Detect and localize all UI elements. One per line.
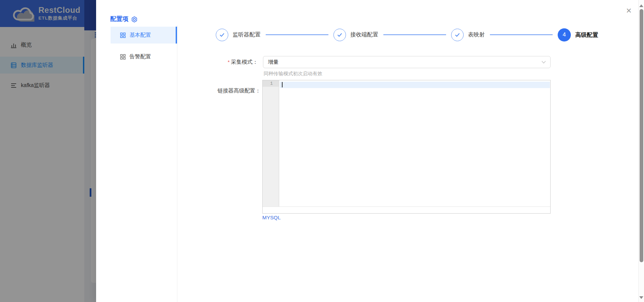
check-icon xyxy=(219,32,225,38)
step-advanced-config[interactable]: 4 高级配置 xyxy=(558,28,598,42)
check-icon xyxy=(455,32,460,38)
editor-gutter: 1 xyxy=(263,80,279,207)
close-icon[interactable]: ✕ xyxy=(625,7,633,15)
screen: RestCloud ETL数据集成平台 概览 xyxy=(0,0,644,302)
window-scrollbar xyxy=(638,0,644,302)
step-table-mapping[interactable]: 表映射 xyxy=(451,29,485,41)
advanced-config-label: 链接器高级配置： xyxy=(197,87,261,94)
aim-icon xyxy=(131,16,138,23)
check-icon xyxy=(337,32,343,38)
advanced-config-editor: 1 xyxy=(262,80,551,214)
collect-mode-label: *采集模式： xyxy=(197,59,258,66)
appstore-icon xyxy=(120,32,126,38)
step-label: 表映射 xyxy=(468,31,485,38)
chevron-down-icon xyxy=(541,61,546,64)
step-receiver-config[interactable]: 接收端配置 xyxy=(333,29,378,41)
config-nav-label: 告警配置 xyxy=(129,53,151,60)
collect-mode-value: 增量 xyxy=(268,56,279,68)
step-current-circle: 4 xyxy=(558,28,571,42)
required-mark: * xyxy=(228,59,230,65)
appstore-icon xyxy=(120,54,126,60)
drawer-title-row: 配置项 xyxy=(110,15,138,23)
step-finished-circle xyxy=(333,29,346,41)
config-nav-item-basic[interactable]: 基本配置 xyxy=(111,27,177,44)
collect-mode-label-text: 采集模式： xyxy=(231,59,258,65)
collect-mode-select[interactable]: 增量 xyxy=(263,56,551,68)
scrollbar-thumb[interactable] xyxy=(640,9,643,262)
mysql-link[interactable]: MYSQL xyxy=(262,215,281,221)
collect-mode-help: 同种传输模式初次启动有效 xyxy=(264,71,322,77)
config-drawer: ✕ 配置项 基本配置 xyxy=(96,0,644,302)
drawer-title: 配置项 xyxy=(110,15,128,23)
editor-input-area[interactable] xyxy=(280,80,550,207)
scroll-up-arrow-icon[interactable] xyxy=(639,4,643,7)
editor-hscrollbar[interactable] xyxy=(263,207,550,213)
step-listener-config[interactable]: 监听器配置 xyxy=(216,29,261,41)
scroll-down-arrow-icon[interactable] xyxy=(639,296,643,299)
nav-divider xyxy=(177,25,177,302)
config-nav-label: 基本配置 xyxy=(129,32,151,39)
step-connector xyxy=(266,34,329,35)
editor-line-number: 1 xyxy=(263,80,279,87)
config-nav: 基本配置 告警配置 xyxy=(111,27,177,65)
step-connector xyxy=(490,34,553,35)
step-connector xyxy=(383,34,446,35)
config-nav-item-alert[interactable]: 告警配置 xyxy=(111,48,177,65)
step-finished-circle xyxy=(216,29,228,41)
steps-bar: 监听器配置 接收端配置 表映射 xyxy=(216,27,598,43)
step-label: 监听器配置 xyxy=(233,31,261,38)
step-label: 高级配置 xyxy=(575,31,598,39)
step-label: 接收端配置 xyxy=(350,31,378,38)
step-finished-circle xyxy=(451,29,464,41)
